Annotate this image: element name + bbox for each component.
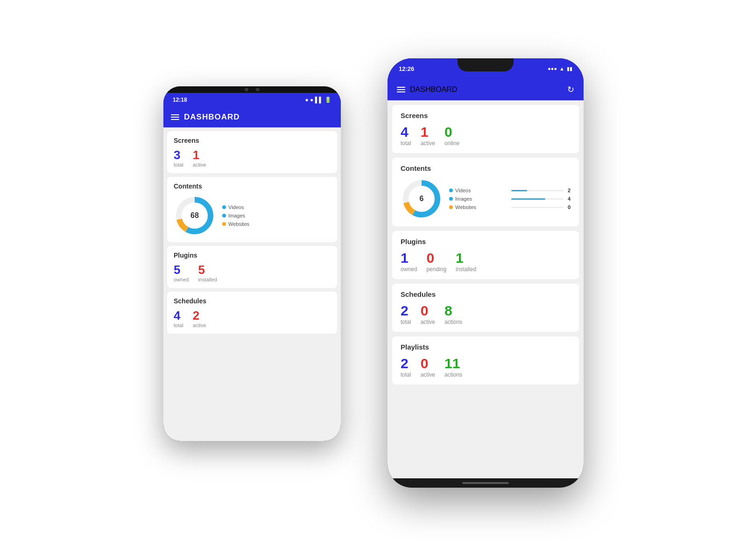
- android-menu-icon[interactable]: [171, 114, 179, 120]
- iphone-schedules-active: 0 active: [421, 304, 435, 325]
- iphone-schedules-stats: 2 total 0 active 8 actions: [401, 304, 571, 325]
- android-camera-dot-right: [256, 88, 260, 91]
- android-plugins-installed: 5 installed: [198, 264, 217, 282]
- iphone-screens-online: 0 online: [444, 125, 459, 147]
- iphone-screens-active: 1 active: [421, 125, 435, 147]
- android-status-icons: ● ● ▌▌ 🔋: [305, 97, 331, 103]
- android-donut-center: 68: [190, 211, 199, 220]
- android-content: Screens 3 total 1 active Contents: [163, 127, 341, 441]
- iphone-battery-icon: ▮▮: [567, 66, 572, 72]
- iphone-playlists-stats: 2 total 0 active 11 actions: [401, 357, 571, 378]
- android-app-title: DASHBOARD: [184, 112, 240, 122]
- iphone-notch: [458, 58, 514, 71]
- android-app-bar: DASHBOARD: [163, 107, 341, 127]
- android-screens-title: Screens: [174, 137, 331, 144]
- iphone-schedules-card: Schedules 2 total 0 active 8 actions: [392, 284, 579, 332]
- iphone-playlists-card: Playlists 2 total 0 active 11 actions: [392, 336, 579, 385]
- iphone-app-title: DASHBOARD: [410, 85, 457, 94]
- android-plugins-card: Plugins 5 owned 5 installed: [167, 246, 337, 288]
- android-plugins-title: Plugins: [174, 252, 331, 259]
- android-legend-websites: Websites: [222, 221, 331, 227]
- android-donut: 68: [174, 195, 216, 237]
- iphone-playlists-actions: 11 actions: [444, 357, 462, 378]
- iphone-time: 12:26: [399, 65, 414, 72]
- android-legend-videos: Videos: [222, 204, 331, 210]
- iphone-donut-center: 6: [420, 195, 424, 203]
- android-legend-images: Images: [222, 213, 331, 218]
- iphone-app-bar-left: DASHBOARD: [397, 85, 457, 94]
- iphone-legend-videos: Videos 2: [449, 188, 571, 193]
- iphone-plugins-installed: 1 installed: [456, 251, 476, 273]
- android-plugins-owned: 5 owned: [174, 264, 189, 282]
- iphone-status-icons: ●●● ▲ ▮▮: [548, 66, 572, 72]
- iphone-plugins-stats: 1 owned 0 pending 1 installed: [401, 251, 571, 273]
- android-schedules-total: 4 total: [174, 309, 183, 328]
- iphone-plugins-pending: 0 pending: [426, 251, 446, 273]
- android-schedules-stats: 4 total 2 active: [174, 309, 331, 328]
- android-screens-total: 3 total: [174, 149, 183, 168]
- iphone-legend-images: Images 4: [449, 196, 571, 202]
- iphone-contents-chart-row: 6 Videos 2 Images: [401, 178, 571, 220]
- iphone-signal-icon: ●●●: [548, 66, 557, 71]
- iphone-playlists-active: 0 active: [421, 357, 435, 378]
- iphone-contents-card: Contents 6 Videos: [392, 158, 579, 226]
- scene: 12:18 ● ● ▌▌ 🔋 DASHBOARD Screens 3 total…: [163, 58, 584, 502]
- iphone-screens-title: Screens: [401, 112, 571, 119]
- iphone-home-indicator: [462, 482, 509, 484]
- android-phone: 12:18 ● ● ▌▌ 🔋 DASHBOARD Screens 3 total…: [163, 86, 341, 441]
- iphone-schedules-actions: 8 actions: [444, 304, 462, 325]
- iphone-contents-legend: Videos 2 Images 4: [449, 188, 571, 210]
- iphone-plugins-card: Plugins 1 owned 0 pending 1 installed: [392, 231, 579, 279]
- iphone-playlists-total: 2 total: [401, 357, 411, 378]
- android-plugins-stats: 5 owned 5 installed: [174, 264, 331, 282]
- android-status-bar: 12:18 ● ● ▌▌ 🔋: [163, 93, 341, 107]
- android-schedules-title: Schedules: [174, 297, 331, 305]
- iphone-contents-title: Contents: [401, 164, 571, 172]
- iphone-playlists-title: Playlists: [401, 343, 571, 351]
- iphone-plugins-title: Plugins: [401, 238, 571, 245]
- iphone-refresh-icon[interactable]: ↻: [567, 84, 574, 95]
- android-screens-card: Screens 3 total 1 active: [167, 131, 337, 173]
- iphone-screens-total: 4 total: [401, 125, 411, 147]
- iphone-menu-icon[interactable]: [397, 87, 405, 92]
- iphone-phone: 12:26 ●●● ▲ ▮▮ DASHBOARD ↻ Screens: [388, 58, 584, 488]
- iphone-donut: 6: [401, 178, 443, 220]
- iphone-screens-stats: 4 total 1 active 0 online: [401, 125, 571, 147]
- iphone-legend-websites: Websites 0: [449, 204, 571, 210]
- android-schedules-active: 2 active: [193, 309, 206, 328]
- android-screens-stats: 3 total 1 active: [174, 149, 331, 168]
- android-contents-legend: Videos Images Websites: [222, 204, 331, 227]
- android-camera-dot-left: [245, 88, 248, 91]
- iphone-wifi-icon: ▲: [559, 66, 564, 71]
- iphone-schedules-title: Schedules: [401, 290, 571, 298]
- android-screens-active: 1 active: [193, 149, 206, 168]
- iphone-screens-card: Screens 4 total 1 active 0 online: [392, 105, 579, 153]
- android-camera-bar: [163, 86, 341, 93]
- iphone-content: Screens 4 total 1 active 0 online: [388, 100, 584, 478]
- android-contents-card: Contents 68: [167, 177, 337, 242]
- android-contents-chart-row: 68 Videos Images Websites: [174, 195, 331, 237]
- android-contents-title: Contents: [174, 182, 331, 190]
- android-schedules-card: Schedules 4 total 2 active: [167, 292, 337, 334]
- iphone-schedules-total: 2 total: [401, 304, 411, 325]
- iphone-plugins-owned: 1 owned: [401, 251, 417, 273]
- iphone-notch-bar: 12:26 ●●● ▲ ▮▮: [388, 58, 584, 79]
- android-time: 12:18: [173, 97, 187, 103]
- iphone-app-bar: DASHBOARD ↻: [388, 79, 584, 100]
